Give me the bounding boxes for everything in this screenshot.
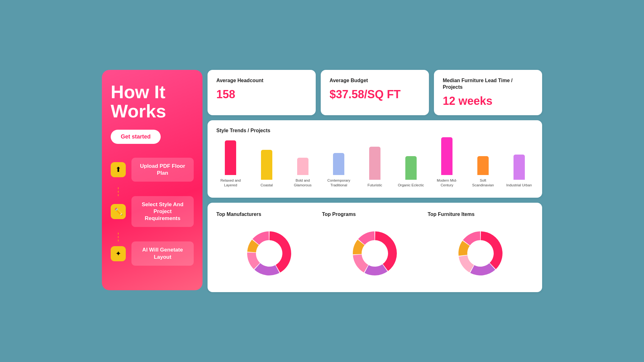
bar bbox=[333, 153, 344, 175]
connector-2 bbox=[118, 233, 119, 241]
step-3-label: AI Will Genetate Layout bbox=[138, 246, 187, 260]
donut-section: Top Programs bbox=[322, 212, 428, 283]
step-2-label: Select Style And Project Requirements bbox=[138, 201, 187, 222]
upload-icon: ⬆ bbox=[111, 162, 126, 177]
stat-budget-value: $37.58/SQ FT bbox=[330, 88, 420, 101]
bar-label: Relaxed and Layered bbox=[216, 178, 245, 188]
bar-group: Modern Mid-Century bbox=[433, 137, 461, 188]
style-chart-card: Style Trends / Projects Relaxed and Laye… bbox=[208, 120, 542, 198]
bar bbox=[261, 150, 272, 180]
bar-label: Contemporary Traditional bbox=[325, 178, 353, 188]
bar-label: Coastal bbox=[261, 183, 273, 188]
step-1-box: Upload PDF Floor Plan bbox=[131, 158, 194, 182]
step-2-box: Select Style And Project Requirements bbox=[131, 196, 194, 227]
left-panel: How It Works Get started ⬆ Upload PDF Fl… bbox=[102, 70, 203, 290]
stat-lead-title: Median Furniture Lead Time / Projects bbox=[443, 77, 533, 91]
bar-label: Futuristic bbox=[368, 183, 382, 188]
bar-group: Organic Eclectic bbox=[397, 156, 425, 188]
step-1-label: Upload PDF Floor Plan bbox=[138, 163, 187, 177]
donut-cards: Top ManufacturersTop ProgramsTop Furnitu… bbox=[208, 203, 542, 292]
stat-headcount-title: Average Headcount bbox=[216, 77, 307, 84]
bar-group: Relaxed and Layered bbox=[216, 140, 245, 188]
main-container: How It Works Get started ⬆ Upload PDF Fl… bbox=[102, 70, 542, 292]
step-1: ⬆ Upload PDF Floor Plan bbox=[111, 158, 194, 182]
stat-lead-value: 12 weeks bbox=[443, 94, 533, 108]
edit-icon: ✏️ bbox=[111, 204, 126, 219]
bar-label: Organic Eclectic bbox=[398, 183, 424, 188]
connector-1 bbox=[118, 187, 119, 196]
donut-section: Top Manufacturers bbox=[216, 212, 322, 283]
bar-group: Coastal bbox=[253, 150, 281, 188]
bar bbox=[405, 156, 417, 180]
bar-label: Modern Mid-Century bbox=[433, 178, 461, 188]
get-started-button[interactable]: Get started bbox=[111, 130, 161, 144]
donut-section: Top Furniture Items bbox=[428, 212, 533, 283]
bar-group: Industrial Urban bbox=[505, 155, 533, 188]
stat-budget-title: Average Budget bbox=[330, 77, 420, 84]
step-3-box: AI Will Genetate Layout bbox=[131, 241, 194, 265]
bar bbox=[369, 147, 380, 180]
stat-card-budget: Average Budget $37.58/SQ FT bbox=[321, 70, 429, 115]
stat-card-lead: Median Furniture Lead Time / Projects 12… bbox=[434, 70, 542, 115]
donut-chart bbox=[345, 223, 405, 283]
step-3: ✦ AI Will Genetate Layout bbox=[111, 241, 194, 265]
main-title: How It Works bbox=[111, 82, 194, 121]
stat-cards-row: Average Headcount 158 Average Budget $37… bbox=[208, 70, 542, 115]
bar-label: Bold and Glamorous bbox=[288, 178, 317, 188]
bar-chart: Relaxed and LayeredCoastalBold and Glamo… bbox=[216, 140, 533, 190]
donut-chart bbox=[451, 223, 510, 283]
bar-group: Futuristic bbox=[361, 147, 389, 188]
bar-group: Bold and Glamorous bbox=[288, 158, 317, 188]
stat-card-headcount: Average Headcount 158 bbox=[208, 70, 316, 115]
donut-section-title: Top Manufacturers bbox=[216, 212, 261, 217]
bar-label: Soft Scandinavian bbox=[469, 178, 497, 188]
right-panel: Average Headcount 158 Average Budget $37… bbox=[208, 70, 542, 292]
bar bbox=[514, 155, 525, 180]
bar-group: Soft Scandinavian bbox=[469, 156, 497, 188]
stat-headcount-value: 158 bbox=[216, 88, 307, 101]
donut-chart bbox=[239, 223, 299, 283]
bar-group: Contemporary Traditional bbox=[325, 153, 353, 188]
bar bbox=[225, 140, 236, 175]
ai-icon: ✦ bbox=[111, 246, 126, 261]
style-chart-title: Style Trends / Projects bbox=[216, 128, 533, 133]
donut-section-title: Top Furniture Items bbox=[428, 212, 475, 217]
donut-section-title: Top Programs bbox=[322, 212, 356, 217]
bar bbox=[441, 137, 452, 175]
bar bbox=[477, 156, 489, 175]
steps-list: ⬆ Upload PDF Floor Plan ✏️ Select Style … bbox=[111, 158, 194, 271]
step-2: ✏️ Select Style And Project Requirements bbox=[111, 196, 194, 227]
bar-label: Industrial Urban bbox=[506, 183, 532, 188]
bar bbox=[297, 158, 308, 175]
